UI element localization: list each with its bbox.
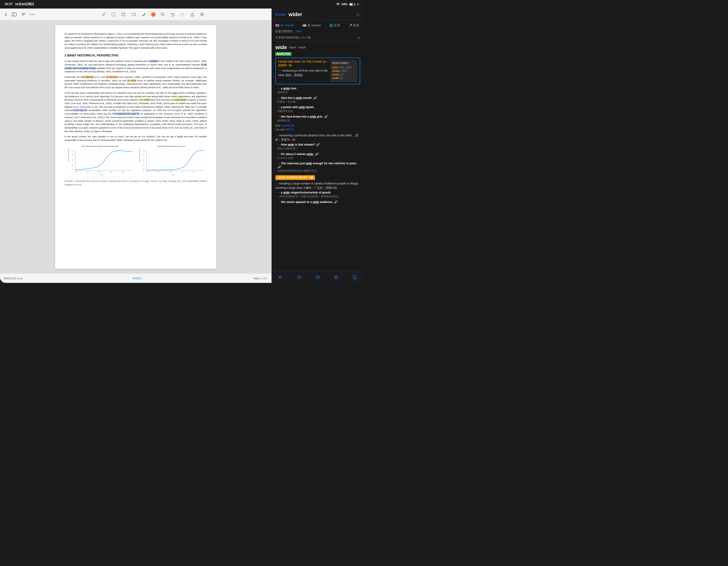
ipad-frame: 22:27 10月30日周日 64% ⚡	[0, 0, 364, 283]
dict-star-button[interactable]: ☆	[356, 12, 360, 17]
pdf-para3: In the last few years, explainability ha…	[65, 91, 207, 133]
dict-content-scroll[interactable]: 🇬🇧 英 /waida/ · 🇺🇸 美 /waida/ · 🌐 全球 ·	[272, 20, 364, 271]
eraser-tool-button[interactable]	[141, 11, 147, 18]
text-view-button[interactable]	[20, 12, 27, 17]
svg-text:Relative search interest: Relative search interest	[68, 149, 69, 162]
wf-item-widely: widely ADV. →	[332, 69, 355, 72]
svg-text:2017: 2017	[181, 171, 183, 173]
sidebar-toggle-button[interactable]	[11, 12, 18, 17]
phonetics-row: /waid/ /waɪd/	[289, 46, 306, 49]
mic-icon: 🎤	[348, 24, 352, 27]
example-wide-grin: → Her face broke into a wide grin. 🔊	[277, 115, 360, 118]
dict-title: wider	[289, 11, 356, 18]
battery-percent: 64%	[342, 3, 347, 6]
opp-word[interactable]: NARROW	[282, 124, 294, 127]
highlight-shifted: as shifted	[141, 98, 150, 101]
status-bar-left: 22:27 10月30日周日	[5, 2, 34, 6]
svg-text:60: 60	[143, 159, 145, 161]
svg-text:Relative search interest: Relative search interest	[139, 149, 140, 162]
audio-icon-3[interactable]: 🔊	[316, 143, 320, 146]
lang-option-follow-read[interactable]: 🎤 跟读	[348, 23, 359, 27]
highlight-decision: as decision	[106, 76, 118, 78]
underline-wider: wider	[172, 91, 178, 94]
toolbar-left-group	[4, 12, 27, 17]
wf-item-wide: wide ADJ. ADV. →	[332, 66, 355, 69]
toolbar-dots	[29, 14, 35, 15]
highlight-assome: as some	[127, 79, 136, 82]
dict-bottom-bar	[272, 271, 364, 283]
dict-star-fav-button[interactable]	[332, 273, 341, 281]
lasso-tool-button[interactable]	[130, 12, 137, 17]
example-wide-grin-zh: 她满脸绽笑。	[277, 119, 360, 122]
pdf-toolbar	[0, 9, 271, 20]
section-2-title: 2 BRIEF HISTORICAL PERSPECTIVE	[65, 53, 207, 58]
see-also-word[interactable]: WIDTH	[286, 128, 294, 131]
audio-icon-5[interactable]: 🔊	[277, 165, 281, 168]
dict-toolbar: wider wider ☆	[272, 9, 364, 20]
example-2metres: → It's about 2 metres wide. 🔊	[277, 152, 360, 156]
svg-text:2017: 2017	[110, 171, 112, 173]
svg-text:100: 100	[143, 150, 146, 151]
chart-b-svg: 100 80 60 40 20	[138, 149, 205, 177]
lang-option-global[interactable]: 🌐 全球	[329, 23, 340, 27]
wf-arrow2: →	[348, 70, 351, 72]
dict-back-button[interactable]: wider	[275, 12, 287, 16]
pen-color-selector[interactable]	[151, 12, 156, 17]
undo-button[interactable]	[169, 12, 176, 17]
phonetic-us: /waɪd/	[298, 46, 306, 49]
dict-audio-button[interactable]	[313, 273, 323, 281]
settings-button[interactable]	[199, 11, 205, 18]
flag-gb: 🇬🇧	[275, 23, 279, 27]
phonetic-gb: /waid/	[289, 46, 296, 49]
dict-back-nav-button[interactable]	[276, 273, 286, 281]
opp-label: OPP	[275, 124, 281, 127]
svg-point-56	[355, 276, 356, 277]
audio-icon-6[interactable]: 🔊	[334, 200, 337, 204]
wf-arrow3: →	[345, 77, 347, 79]
lang-label-gb: 英 /waida/	[280, 23, 294, 27]
search-button[interactable]	[160, 11, 166, 17]
status-bar: 22:27 10月30日周日 64% ⚡	[0, 0, 364, 9]
example-audience: → Her music appeals to a wide audience. …	[277, 200, 360, 204]
highlight-explainability: o explainability	[172, 98, 187, 101]
svg-text:90: 90	[72, 150, 73, 151]
redo-button[interactable]	[179, 12, 186, 17]
pdf-intro-paragraph: DL started to be observed as illustrated…	[65, 32, 207, 50]
svg-rect-6	[112, 13, 115, 16]
chart-a-title: (a) Deep Learning Search Interest over t…	[67, 145, 133, 148]
comparison-definition-box: FROM ONE SIDE TO THE OTHER 从一边到另一边 → mea…	[275, 58, 360, 84]
svg-rect-1	[12, 13, 16, 16]
dict-emoji-button[interactable]	[350, 273, 359, 281]
svg-text:Date: Date	[171, 174, 174, 175]
audio-icon-2[interactable]: 🔊	[324, 115, 328, 118]
audio-icon-4[interactable]: 🔊	[315, 152, 319, 156]
selection-tool-button[interactable]	[110, 11, 117, 18]
highlight-methods: st methods	[82, 76, 94, 78]
dict-back-label: wider	[278, 12, 287, 16]
lang-selector: 🇬🇧 英 /waida/ · 🇺🇸 美 /waida/ · 🌐 全球 ·	[275, 23, 360, 27]
pos-badge-adjective: ADJECTIVE	[275, 52, 291, 56]
pdf-content-area[interactable]: DL started to be observed as illustrated…	[0, 20, 271, 273]
lang-option-en-gb[interactable]: 🇬🇧 英 /waida/	[275, 23, 294, 27]
audio-icon-1[interactable]: 🔊	[313, 96, 317, 100]
comparison-left: FROM ONE SIDE TO THE OTHER 从一边到另一边 → mea…	[278, 60, 330, 78]
crop-tool-button[interactable]	[120, 11, 127, 18]
svg-text:2019: 2019	[193, 171, 195, 173]
pencil-tool-button[interactable]	[100, 11, 107, 18]
example-range: → a wide range/choice/variety of goods	[277, 191, 360, 194]
dict-list-button[interactable]	[295, 273, 304, 281]
svg-rect-7	[122, 13, 125, 16]
chart-a-container: (a) Deep Learning Search Interest over t…	[67, 145, 133, 178]
word-headword-row: wide /waid/ /waɪd/	[275, 44, 360, 50]
pdf-panel: DL started to be observed as illustrated…	[0, 9, 272, 283]
pdf-para1: AI was closely linked to both ML and to …	[65, 59, 207, 73]
svg-text:2012: 2012	[86, 171, 89, 173]
share-button[interactable]	[189, 11, 195, 18]
back-button[interactable]	[4, 12, 8, 17]
search-hint-word[interactable]: wide	[296, 30, 302, 33]
example-range-zh: 一系列品种繁多的 / 大量可供选择的 / 各种各样的货品	[277, 195, 360, 198]
collapse-icon[interactable]	[357, 36, 360, 39]
arrow-icon: →	[278, 68, 282, 72]
lang-option-en-us[interactable]: 🇺🇸 美 /waida/	[302, 23, 321, 27]
chart-caption: FIGURE 1 Illustrates the interest evolut…	[65, 179, 207, 186]
